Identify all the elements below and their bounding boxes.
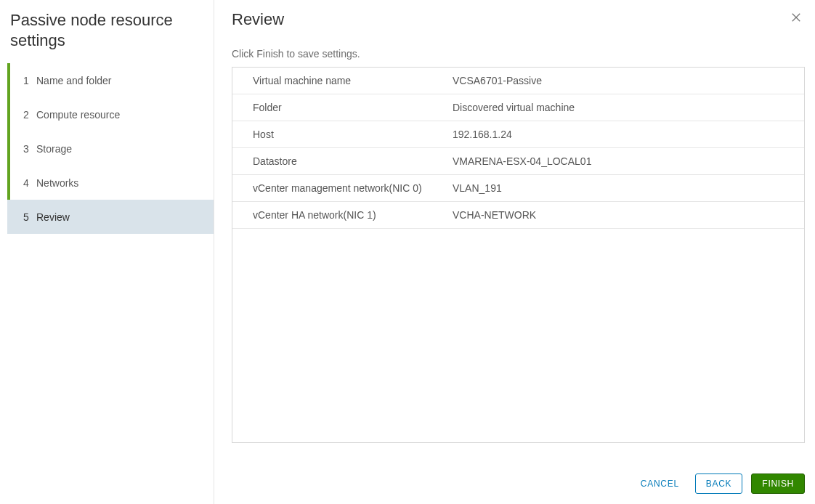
review-row-folder: Folder Discovered virtual machine [232, 94, 804, 121]
wizard-dialog: Passive node resource settings 1 Name an… [0, 0, 815, 504]
step-review[interactable]: 5 Review [7, 200, 214, 234]
step-number: 2 [23, 109, 36, 121]
step-number: 1 [23, 75, 36, 86]
review-value: VCHA-NETWORK [447, 202, 804, 228]
step-label: Storage [36, 143, 72, 155]
back-button[interactable]: BACK [695, 473, 743, 494]
step-networks[interactable]: 4 Networks [7, 166, 214, 200]
step-label: Compute resource [36, 109, 120, 121]
review-label: vCenter management network(NIC 0) [232, 175, 447, 201]
step-number: 3 [23, 143, 36, 155]
review-row-mgmt-network: vCenter management network(NIC 0) VLAN_1… [232, 175, 804, 202]
review-label: vCenter HA network(NIC 1) [232, 202, 447, 228]
review-value: VCSA6701-Passive [447, 68, 804, 94]
page-title: Review [232, 7, 284, 29]
review-label: Datastore [232, 148, 447, 174]
wizard-footer: CANCEL BACK FINISH [232, 443, 805, 494]
cancel-button[interactable]: CANCEL [633, 474, 686, 493]
step-label: Name and folder [36, 75, 112, 86]
step-number: 4 [23, 177, 36, 189]
review-label: Virtual machine name [232, 68, 447, 94]
finish-button[interactable]: FINISH [751, 473, 805, 494]
wizard-steps: 1 Name and folder 2 Compute resource 3 S… [7, 63, 214, 234]
step-label: Review [36, 211, 70, 223]
review-row-host: Host 192.168.1.24 [232, 121, 804, 148]
wizard-title: Passive node resource settings [7, 6, 214, 63]
review-value: 192.168.1.24 [447, 121, 804, 147]
instruction-text: Click Finish to save settings. [232, 48, 805, 60]
step-name-and-folder[interactable]: 1 Name and folder [7, 63, 214, 97]
review-row-datastore: Datastore VMARENA-ESX-04_LOCAL01 [232, 148, 804, 175]
review-value: VLAN_191 [447, 175, 804, 201]
review-value: VMARENA-ESX-04_LOCAL01 [447, 148, 804, 174]
review-row-vm-name: Virtual machine name VCSA6701-Passive [232, 68, 804, 94]
main-header: Review [232, 7, 805, 29]
wizard-main: Review Click Finish to save settings. Vi… [214, 0, 815, 504]
review-label: Folder [232, 94, 447, 121]
step-label: Networks [36, 177, 78, 189]
review-row-ha-network: vCenter HA network(NIC 1) VCHA-NETWORK [232, 202, 804, 229]
review-summary: Virtual machine name VCSA6701-Passive Fo… [232, 67, 805, 443]
close-icon [791, 12, 801, 23]
close-button[interactable] [787, 9, 805, 26]
step-compute-resource[interactable]: 2 Compute resource [7, 97, 214, 131]
review-value: Discovered virtual machine [447, 94, 804, 121]
step-storage[interactable]: 3 Storage [7, 131, 214, 166]
review-label: Host [232, 121, 447, 147]
step-number: 5 [23, 211, 36, 223]
wizard-sidebar: Passive node resource settings 1 Name an… [0, 0, 214, 504]
